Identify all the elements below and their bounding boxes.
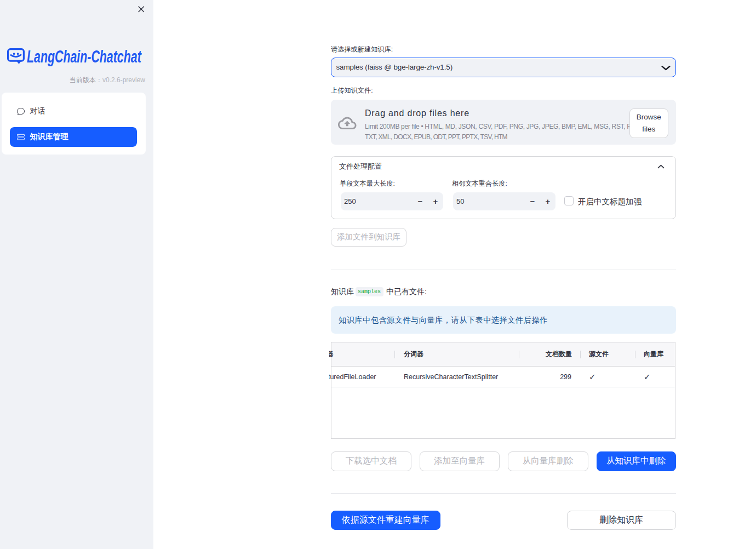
download-selected-button[interactable]: 下载选中文档: [331, 451, 411, 471]
overlap-increment-button[interactable]: +: [542, 192, 553, 211]
file-config-expander: 文件处理配置 单段文本最大长度: 相邻文本重合长度: 250 − + 50 − …: [331, 156, 676, 219]
overlap-decrement-button[interactable]: −: [527, 192, 538, 211]
chunk-size-increment-button[interactable]: +: [430, 192, 441, 211]
column-separator: [635, 351, 635, 358]
chat-bubble-icon: [17, 107, 25, 115]
kb-select-value: samples (faiss @ bge-large-zh-v1.5): [336, 63, 453, 71]
add-files-to-kb-button[interactable]: 添加文件到知识库: [331, 228, 406, 247]
file-uploader-dropzone[interactable]: Drag and drop files here Limit 200MB per…: [331, 100, 676, 145]
app: LangChain-Chatchat 当前版本：v0.2.6-preview 对…: [0, 0, 756, 549]
kb-files-table[interactable]: 文档加载器 分词器 文档数量 源文件 向量库 UnstructuredFileL…: [331, 342, 675, 439]
upload-label: 上传知识文件:: [331, 86, 373, 95]
hdd-stack-icon: [17, 133, 25, 141]
sidebar-menu: 对话 知识库管理: [2, 93, 146, 155]
zh-title-enhance-checkbox[interactable]: [564, 196, 574, 205]
close-icon: [138, 6, 145, 13]
kb-files-prefix: 知识库: [331, 287, 354, 297]
menu-item-kb-management-label: 知识库管理: [30, 132, 68, 142]
logo: LangChain-Chatchat: [7, 48, 149, 70]
info-alert-text: 知识库中包含源文件与向量库，请从下表中选择文件后操作: [339, 315, 548, 325]
chunk-size-decrement-button[interactable]: −: [415, 192, 426, 211]
delete-from-vector-store-button[interactable]: 从向量库删除: [508, 451, 588, 471]
divider: [331, 270, 676, 270]
delete-from-kb-button[interactable]: 从知识库中删除: [597, 451, 677, 471]
kb-select[interactable]: samples (faiss @ bge-large-zh-v1.5): [331, 58, 676, 77]
browse-files-button[interactable]: Browse files: [629, 108, 669, 138]
column-separator: [580, 351, 581, 358]
column-separator: [394, 351, 395, 358]
chunk-size-value[interactable]: 250: [344, 192, 356, 211]
cell-source-file: ✓: [589, 367, 596, 387]
table-header: [331, 342, 675, 367]
kb-name-code: samples: [356, 287, 383, 296]
logo-text: LangChain-Chatchat: [27, 48, 141, 65]
delete-kb-button[interactable]: 删除知识库: [567, 511, 677, 530]
header-source-file: 源文件: [589, 342, 609, 367]
version-label: 当前版本：: [70, 76, 102, 84]
sidebar-close-button[interactable]: [136, 4, 147, 15]
menu-item-dialogue[interactable]: 对话: [10, 101, 137, 121]
browse-files-line2: files: [642, 123, 655, 135]
add-to-vector-store-button[interactable]: 添加至向量库: [420, 451, 500, 471]
chunk-size-input[interactable]: 250 − +: [341, 192, 443, 211]
overlap-input[interactable]: 50 − +: [453, 192, 555, 211]
dropzone-limits: Limit 200MB per file • HTML, MD, JSON, C…: [365, 122, 640, 142]
rebuild-vector-store-button[interactable]: 依据源文件重建向量库: [331, 511, 440, 530]
info-alert: 知识库中包含源文件与向量库，请从下表中选择文件后操作: [331, 306, 676, 334]
header-docs: 文档数量: [516, 342, 572, 367]
browse-files-line1: Browse: [637, 111, 661, 123]
divider: [331, 493, 676, 494]
cell-splitter: RecursiveCharacterTextSplitter: [404, 367, 498, 387]
version-line: 当前版本：v0.2.6-preview: [70, 76, 145, 85]
kb-select-label: 请选择或新建知识库:: [331, 45, 393, 54]
row-separator: [331, 387, 675, 387]
cell-loader: UnstructuredFileLoader: [329, 367, 376, 387]
expander-title[interactable]: 文件处理配置: [339, 162, 382, 171]
version-value: v0.2.6-preview: [102, 76, 145, 84]
dropzone-limits-line1: Limit 200MB per file • HTML, MD, JSON, C…: [365, 122, 640, 132]
menu-item-dialogue-label: 对话: [30, 106, 45, 116]
header-loader: 文档加载器: [329, 342, 334, 367]
overlap-label: 相邻文本重合长度:: [452, 179, 507, 188]
cell-docs: 299: [516, 367, 571, 387]
cell-vector-store: ✓: [644, 367, 651, 387]
dropzone-limits-line2: TXT, XML, DOCX, EPUB, ODT, PPT, PPTX, TS…: [365, 132, 640, 142]
overlap-value[interactable]: 50: [456, 192, 464, 211]
header-splitter: 分词器: [404, 342, 423, 367]
chunk-size-label: 单段文本最大长度:: [340, 179, 395, 188]
kb-files-heading: 知识库 samples 中已有文件:: [331, 287, 427, 297]
zh-title-enhance-label: 开启中文标题加强: [578, 197, 642, 207]
cloud-upload-icon: [338, 114, 357, 133]
chevron-up-icon[interactable]: [657, 164, 665, 169]
header-vector-store: 向量库: [644, 342, 663, 367]
sidebar: LangChain-Chatchat 当前版本：v0.2.6-preview 对…: [0, 0, 153, 549]
dropzone-title: Drag and drop files here: [365, 108, 469, 118]
kb-files-suffix: 中已有文件:: [386, 287, 427, 297]
chevron-down-icon: [661, 64, 671, 72]
logo-chat-smiley-icon: [7, 48, 25, 65]
menu-item-kb-management[interactable]: 知识库管理: [10, 127, 137, 147]
